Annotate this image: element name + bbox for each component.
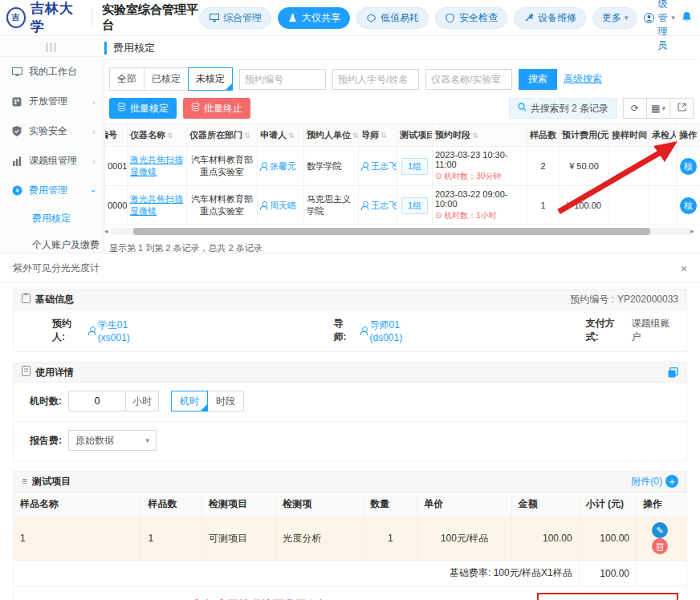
reserver-input[interactable] xyxy=(332,69,419,90)
nav-label: 更多 xyxy=(602,11,621,25)
col-tutor[interactable]: 导师⇅ xyxy=(359,124,397,147)
scrollbar-thumb[interactable] xyxy=(133,228,650,235)
sidebar-subitem-fee-approval[interactable]: 费用核定 xyxy=(0,205,104,232)
item-row: 1 1 可测项目 光度分析 1 100元/样品 100.00 100.00 ✎ xyxy=(14,517,687,561)
filter-tab-unapproved[interactable]: 未核定 xyxy=(188,67,233,91)
user-icon xyxy=(644,13,654,23)
cell-test-project: 可测项目 xyxy=(201,517,275,561)
report-fee-select[interactable]: 原始数据 ▾ xyxy=(68,430,157,451)
batch-approve-button[interactable]: 批量核定 xyxy=(109,98,177,119)
approve-row-button[interactable]: 核 xyxy=(680,197,697,214)
middle-zone: ||| 我的工作台 开放管理 › 实验安全 › 课题组管理 › ¥ 费用管理 ›… xyxy=(0,36,700,253)
filter-tab-approved[interactable]: 已核定 xyxy=(144,67,189,91)
attachment-link[interactable]: 附件(0) xyxy=(631,475,662,489)
user-icon xyxy=(260,162,267,171)
search-icon xyxy=(518,103,527,114)
chevron-right-icon: › xyxy=(92,156,96,166)
col-applicant[interactable]: 申请人⇅ xyxy=(258,124,304,147)
edit-item-button[interactable]: ✎ xyxy=(652,522,668,538)
export-button[interactable] xyxy=(669,98,694,119)
cell-inspector xyxy=(649,147,677,186)
col-period[interactable]: 预约时段⇅ xyxy=(433,124,527,147)
advanced-search-link[interactable]: 高级搜索 xyxy=(564,72,602,86)
cell-unit: 数学学院 xyxy=(304,147,359,186)
tutor-link[interactable]: 导师01 (ds001) xyxy=(360,318,433,343)
university-name: 吉林大学 xyxy=(31,0,82,36)
horizontal-scrollbar: ◂ ▸ xyxy=(104,226,697,236)
approve-row-button[interactable]: 核 xyxy=(680,158,697,175)
usage-detail-body: 机时数: 小时 机时 时段 报告费: 原始数据 ▾ xyxy=(13,383,687,461)
cell-subtotal: 100.00 xyxy=(579,517,636,561)
bell-icon[interactable] xyxy=(682,11,692,25)
close-icon[interactable]: × xyxy=(681,262,687,275)
col-est-fee[interactable]: 预计费用(元)⇅ xyxy=(560,124,609,147)
usage-copy-button[interactable] xyxy=(668,367,678,378)
tutor-link[interactable]: 王志飞 xyxy=(361,200,397,212)
nav-more-dropdown[interactable]: 更多 ▾ xyxy=(592,7,638,29)
col-sampling-time[interactable]: 接样时间⇅ xyxy=(609,124,649,147)
fee-approval-table: 编号 仪器名称⇅ 仪器所在部门⇅ 申请人⇅ 预约人单位⇅ 导师⇅ 测试项目 预约… xyxy=(104,124,700,225)
wrench-icon xyxy=(523,14,535,22)
cell-samples: 2 xyxy=(527,147,560,186)
sidebar-item-workbench[interactable]: 我的工作台 xyxy=(0,57,104,87)
scroll-right-icon[interactable]: ▸ xyxy=(690,227,697,235)
nav-general-management[interactable]: 综合管理 xyxy=(199,7,271,29)
test-group-chip[interactable]: 1组 xyxy=(401,197,428,214)
booking-no-input[interactable] xyxy=(239,69,326,90)
mode-machine-time[interactable]: 机时 xyxy=(171,391,208,411)
clipboard-icon xyxy=(22,293,31,306)
test-group-chip[interactable]: 1组 xyxy=(401,158,428,175)
scroll-left-icon[interactable]: ◂ xyxy=(104,227,111,235)
nav-equipment-repair[interactable]: 设备维修 xyxy=(514,7,586,29)
basic-info-body: 预约人: 学生01 (xs001) 导师: 导师01 (ds001) 支付方式:… xyxy=(13,310,687,352)
chevron-down-icon: ▾ xyxy=(145,436,149,444)
sidebar-collapse-button[interactable]: ||| xyxy=(0,36,104,57)
sidebar-item-fee-management[interactable]: ¥ 费用管理 › xyxy=(0,176,104,205)
search-button[interactable]: 搜索 xyxy=(519,69,557,90)
basic-info-header: 基础信息 预约编号 : YP202000033 xyxy=(13,289,687,310)
sidebar-item-open-management[interactable]: 开放管理 › xyxy=(0,87,104,116)
col-test-project: 检测项目 xyxy=(201,493,275,517)
sidebar-item-lab-safety[interactable]: 实验安全 › xyxy=(0,116,104,146)
instrument-link[interactable]: 激光共焦扫描显微镜 xyxy=(130,155,183,176)
col-unit[interactable]: 预约人单位⇅ xyxy=(304,124,359,147)
applicant-link[interactable]: 周天晴 xyxy=(260,200,296,212)
col-test-item: 检测项 xyxy=(276,493,364,517)
nav-consumables[interactable]: 低值易耗 xyxy=(356,7,429,29)
result-count: 共搜索到 2 条记录 xyxy=(509,98,617,119)
machine-hours-input[interactable] xyxy=(68,391,126,411)
nav-instrument-sharing[interactable]: 大仪共享 xyxy=(278,7,350,29)
field-label: 预约人: xyxy=(52,317,83,344)
tutor-field: 导师: 导师01 (ds001) xyxy=(333,317,433,344)
applicant-link[interactable]: 张馨元 xyxy=(260,160,296,172)
instrument-link[interactable]: 激光共焦扫描显微镜 xyxy=(130,194,183,216)
nav-label: 大仪共享 xyxy=(302,11,340,25)
mode-time-slot[interactable]: 时段 xyxy=(207,391,244,411)
scrollbar-track[interactable] xyxy=(111,228,690,235)
booking-number: 预约编号 : YP202000033 xyxy=(570,293,678,306)
user-menu[interactable]: 超级管理员 ▾ xyxy=(644,0,675,52)
sidebar-item-research-group[interactable]: 课题组管理 › xyxy=(0,146,104,176)
reserver-link[interactable]: 学生01 (xs001) xyxy=(88,318,161,343)
delete-item-button[interactable] xyxy=(652,538,668,554)
filter-tab-all[interactable]: 全部 xyxy=(109,67,144,91)
batch-stop-button[interactable]: 批量终止 xyxy=(183,98,250,119)
col-actions: 操作 xyxy=(677,124,700,147)
refresh-button[interactable]: ⟳ xyxy=(623,98,647,119)
nav-safety-check[interactable]: 安全检查 xyxy=(435,7,507,29)
brand: 吉 吉林大学 实验室综合管理平台 V3.0 xyxy=(6,0,199,36)
chevron-expanded-icon: › xyxy=(89,189,99,193)
nav-label: 综合管理 xyxy=(223,11,262,25)
col-department[interactable]: 仪器所在部门⇅ xyxy=(187,124,258,147)
instrument-input[interactable] xyxy=(425,69,512,90)
col-quantity: 数量 xyxy=(364,493,417,517)
col-test-items: 测试项目 xyxy=(397,124,433,147)
sort-icon: ⇅ xyxy=(352,132,359,140)
nav-label: 低值易耗 xyxy=(381,11,419,25)
cell-test-item: 光度分析 xyxy=(276,517,364,561)
nav-label: 设备维修 xyxy=(538,11,576,25)
add-item-button[interactable]: ＋ xyxy=(665,475,678,488)
tutor-link[interactable]: 王志飞 xyxy=(361,160,397,172)
col-instrument[interactable]: 仪器名称⇅ xyxy=(128,124,187,147)
columns-button[interactable]: ▦▾ xyxy=(646,98,670,119)
